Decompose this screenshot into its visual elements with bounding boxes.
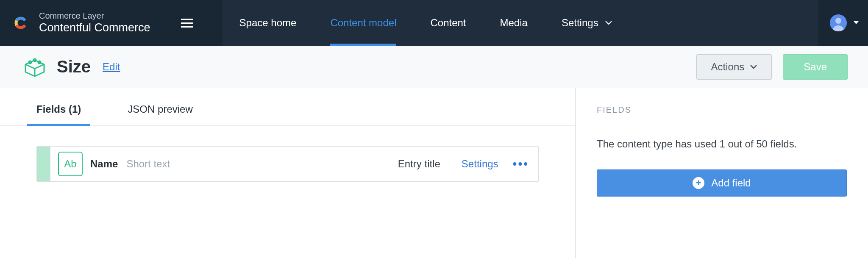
avatar-icon bbox=[830, 14, 847, 31]
add-field-label: Add field bbox=[711, 177, 751, 189]
page-header: Size Edit Actions Save bbox=[0, 46, 868, 88]
text-field-icon: Ab bbox=[58, 152, 83, 176]
brand-block: Commerce Layer Contentful Commerce bbox=[0, 0, 206, 46]
entry-title-badge: Entry title bbox=[398, 158, 440, 170]
fields-usage-text: The content type has used 1 out of 50 fi… bbox=[597, 136, 847, 152]
content-type-icon bbox=[23, 55, 47, 79]
content-type-tabs: Fields (1) JSON preview bbox=[0, 88, 575, 126]
caret-down-icon bbox=[854, 21, 859, 25]
primary-nav: Space home Content model Content Media S… bbox=[223, 0, 868, 46]
page-title: Size bbox=[57, 57, 91, 76]
field-row: Ab Name Short text Entry title Settings … bbox=[36, 146, 539, 182]
tab-json-preview[interactable]: JSON preview bbox=[128, 103, 192, 125]
field-settings-link[interactable]: Settings bbox=[462, 158, 498, 170]
user-menu[interactable] bbox=[818, 0, 868, 46]
nav-settings-label: Settings bbox=[562, 17, 598, 29]
actions-button-label: Actions bbox=[711, 61, 745, 73]
chevron-down-icon bbox=[605, 21, 612, 25]
brand-title: Contentful Commerce bbox=[39, 21, 150, 35]
add-field-button[interactable]: + Add field bbox=[597, 169, 847, 197]
chevron-down-icon bbox=[750, 65, 757, 69]
nav-settings[interactable]: Settings bbox=[545, 0, 629, 46]
nav-media[interactable]: Media bbox=[483, 0, 545, 46]
sidebar-heading: FIELDS bbox=[597, 105, 847, 121]
left-pane: Fields (1) JSON preview Ab Name Short te… bbox=[0, 88, 576, 258]
nav-space-home[interactable]: Space home bbox=[223, 0, 314, 46]
fields-list: Ab Name Short text Entry title Settings … bbox=[0, 126, 575, 182]
tab-fields[interactable]: Fields (1) bbox=[36, 103, 81, 125]
nav-content-model[interactable]: Content model bbox=[313, 0, 413, 46]
drag-handle[interactable] bbox=[37, 147, 50, 181]
edit-link[interactable]: Edit bbox=[103, 61, 120, 73]
right-sidebar: FIELDS The content type has used 1 out o… bbox=[576, 88, 868, 258]
more-icon[interactable]: ••• bbox=[513, 157, 538, 171]
save-button[interactable]: Save bbox=[783, 54, 848, 80]
contentful-logo-icon bbox=[11, 14, 30, 32]
brand-text: Commerce Layer Contentful Commerce bbox=[39, 11, 150, 35]
plus-circle-icon: + bbox=[693, 177, 704, 189]
svg-point-1 bbox=[835, 18, 841, 24]
menu-icon[interactable] bbox=[181, 19, 193, 28]
field-name-label: Name bbox=[90, 158, 118, 170]
brand-subtitle: Commerce Layer bbox=[39, 11, 150, 21]
top-navbar: Commerce Layer Contentful Commerce Space… bbox=[0, 0, 868, 46]
field-type-label: Short text bbox=[126, 158, 170, 170]
nav-content[interactable]: Content bbox=[413, 0, 483, 46]
actions-button[interactable]: Actions bbox=[696, 54, 772, 80]
